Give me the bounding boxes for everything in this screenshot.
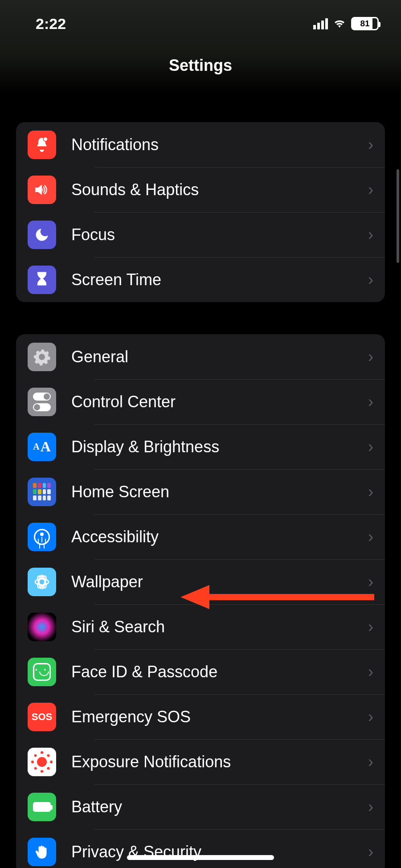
chevron-right-icon: › (368, 843, 373, 861)
row-general[interactable]: General › (16, 334, 385, 379)
wallpaper-icon (28, 568, 56, 596)
chevron-right-icon: › (368, 393, 373, 411)
row-emergency-sos[interactable]: SOS Emergency SOS › (16, 694, 385, 739)
row-display-brightness[interactable]: Display & Brightness › (16, 424, 385, 469)
battery-indicator: 81 (351, 17, 379, 30)
toggles-icon (28, 388, 56, 416)
accessibility-icon (28, 523, 56, 551)
battery-icon (28, 793, 56, 821)
hourglass-icon (28, 266, 56, 294)
gear-icon (28, 343, 56, 371)
chevron-right-icon: › (368, 798, 373, 816)
row-notifications[interactable]: Notifications › (16, 122, 385, 167)
row-battery[interactable]: Battery › (16, 784, 385, 829)
row-focus[interactable]: Focus › (16, 212, 385, 257)
row-label: Emergency SOS (71, 708, 368, 726)
sos-icon: SOS (28, 703, 56, 731)
row-label: Accessibility (71, 528, 368, 546)
svg-point-0 (43, 137, 48, 141)
row-label: Display & Brightness (71, 438, 368, 456)
moon-icon (28, 221, 56, 249)
wifi-icon (332, 18, 347, 29)
chevron-right-icon: › (368, 663, 373, 681)
row-label: General (71, 348, 368, 366)
chevron-right-icon: › (368, 438, 373, 456)
row-control-center[interactable]: Control Center › (16, 379, 385, 424)
hand-icon (28, 838, 56, 866)
row-siri-search[interactable]: Siri & Search › (16, 604, 385, 649)
row-label: Battery (71, 798, 368, 816)
row-label: Control Center (71, 393, 368, 411)
chevron-right-icon: › (368, 270, 373, 289)
row-screen-time[interactable]: Screen Time › (16, 257, 385, 302)
siri-icon (28, 613, 56, 641)
speaker-icon (28, 176, 56, 204)
cellular-signal-icon (313, 18, 328, 29)
settings-group-2: General › Control Center › Display & Bri… (16, 334, 385, 868)
row-label: Wallpaper (71, 573, 368, 591)
exposure-icon (28, 748, 56, 776)
chevron-right-icon: › (368, 708, 373, 726)
row-face-id-passcode[interactable]: Face ID & Passcode › (16, 649, 385, 694)
chevron-right-icon: › (368, 135, 373, 154)
chevron-right-icon: › (368, 573, 373, 591)
text-size-icon (28, 433, 56, 461)
row-label: Sounds & Haptics (71, 180, 368, 199)
nav-header: 2:22 81 Settings (0, 0, 401, 94)
row-label: Face ID & Passcode (71, 663, 368, 681)
page-title: Settings (169, 56, 232, 75)
chevron-right-icon: › (368, 618, 373, 636)
bell-icon (28, 131, 56, 159)
row-exposure-notifications[interactable]: Exposure Notifications › (16, 739, 385, 784)
row-privacy-security[interactable]: Privacy & Security › (16, 829, 385, 868)
row-home-screen[interactable]: Home Screen › (16, 469, 385, 514)
row-accessibility[interactable]: Accessibility › (16, 514, 385, 559)
settings-group-1: Notifications › Sounds & Haptics › Focus… (16, 122, 385, 302)
app-grid-icon (28, 478, 56, 506)
chevron-right-icon: › (368, 225, 373, 244)
row-label: Focus (71, 225, 368, 244)
svg-point-2 (35, 579, 49, 585)
row-sounds-haptics[interactable]: Sounds & Haptics › (16, 167, 385, 212)
row-wallpaper[interactable]: Wallpaper › (16, 559, 385, 604)
scrollbar[interactable] (397, 169, 399, 263)
chevron-right-icon: › (368, 348, 373, 366)
status-bar: 2:22 81 (0, 12, 401, 35)
home-indicator[interactable] (127, 855, 274, 860)
row-label: Home Screen (71, 483, 368, 501)
chevron-right-icon: › (368, 483, 373, 501)
chevron-right-icon: › (368, 753, 373, 771)
chevron-right-icon: › (368, 528, 373, 546)
row-label: Screen Time (71, 270, 368, 289)
chevron-right-icon: › (368, 180, 373, 199)
row-label: Notifications (71, 135, 368, 154)
row-label: Exposure Notifications (71, 753, 368, 771)
face-id-icon (28, 658, 56, 686)
status-time: 2:22 (36, 15, 66, 33)
row-label: Siri & Search (71, 618, 368, 636)
